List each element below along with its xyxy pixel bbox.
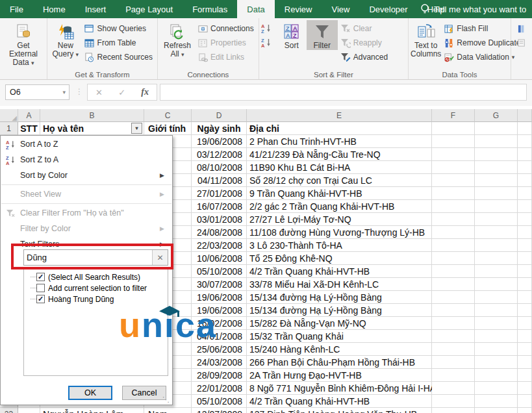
ok-button[interactable]: OK bbox=[68, 386, 112, 400]
cell[interactable] bbox=[432, 148, 475, 161]
cell[interactable] bbox=[475, 395, 518, 408]
cell[interactable] bbox=[432, 200, 475, 213]
cell[interactable] bbox=[475, 226, 518, 239]
menu-item-sort-a-to-z[interactable]: AZSort A to Z bbox=[1, 136, 172, 152]
name-box[interactable]: O6 ▾ bbox=[5, 84, 70, 100]
cell-date[interactable]: 16/02/2008 bbox=[192, 317, 247, 330]
cell[interactable] bbox=[518, 122, 532, 135]
cell-address[interactable]: 3 Lô 230-Thành Tô-HA bbox=[247, 239, 432, 252]
cell-address[interactable]: 15/32 Trần Quang Khải bbox=[247, 330, 432, 343]
cell[interactable] bbox=[432, 408, 475, 413]
new-query-button[interactable]: New Query ▾ bbox=[49, 20, 82, 59]
cell-name[interactable]: Nguyễn Hoàng Lâm bbox=[40, 408, 144, 413]
col-header-C[interactable]: C bbox=[144, 109, 192, 122]
column-filter-button[interactable]: ▾ bbox=[131, 123, 142, 134]
cell[interactable] bbox=[475, 382, 518, 395]
cell[interactable] bbox=[475, 304, 518, 317]
cell-date[interactable]: 13/07/2008 bbox=[192, 408, 247, 413]
cell[interactable] bbox=[475, 369, 518, 382]
cell[interactable] bbox=[518, 356, 532, 369]
cell[interactable] bbox=[518, 135, 532, 148]
cell[interactable] bbox=[475, 408, 518, 413]
tab-developer[interactable]: Developer bbox=[359, 0, 417, 18]
tab-home[interactable]: Home bbox=[33, 0, 75, 18]
cell[interactable] bbox=[518, 330, 532, 343]
cell[interactable] bbox=[518, 382, 532, 395]
text-to-columns-button[interactable]: Text to Columns bbox=[411, 20, 441, 58]
cancel-button[interactable]: Cancel bbox=[122, 386, 166, 400]
cell-address[interactable]: 4/2 Trần Quang Khải-HVT-HB bbox=[247, 265, 432, 278]
cell[interactable] bbox=[475, 291, 518, 304]
cell-date[interactable]: 25/06/2008 bbox=[192, 343, 247, 356]
cell-date[interactable]: 03/12/2008 bbox=[192, 148, 247, 161]
cell-date[interactable]: 19/06/2008 bbox=[192, 291, 247, 304]
cell-address-header[interactable]: Địa chỉ bbox=[247, 122, 432, 135]
cell[interactable] bbox=[432, 291, 475, 304]
cell-date[interactable]: 19/06/2008 bbox=[192, 135, 247, 148]
resize-grip[interactable]: ⋱ bbox=[162, 395, 170, 404]
cell-address[interactable]: 15/134 đường Hạ Lý-Hồng Bàng bbox=[247, 304, 432, 317]
cell-address[interactable]: 27/27 Lê Lợi-Máy Tơ-NQ bbox=[247, 213, 432, 226]
cell[interactable] bbox=[475, 135, 518, 148]
cell-date[interactable]: 30/07/2008 bbox=[192, 278, 247, 291]
cell-date[interactable]: 05/10/2008 bbox=[192, 395, 247, 408]
tab-page-layout[interactable]: Page Layout bbox=[116, 0, 183, 18]
partial-ribbon-button[interactable] bbox=[514, 36, 530, 50]
show-queries-button[interactable]: Show Queries bbox=[82, 21, 155, 36]
from-table-button[interactable]: From Table bbox=[82, 36, 155, 50]
cell[interactable] bbox=[475, 343, 518, 356]
cell[interactable] bbox=[432, 265, 475, 278]
cell[interactable] bbox=[432, 161, 475, 174]
cell[interactable] bbox=[518, 161, 532, 174]
col-header-E[interactable]: E bbox=[247, 109, 432, 122]
cell[interactable] bbox=[432, 317, 475, 330]
advanced-filter-button[interactable]: Advanced bbox=[338, 50, 390, 64]
cell[interactable] bbox=[518, 343, 532, 356]
cell[interactable] bbox=[475, 239, 518, 252]
cell[interactable] bbox=[432, 174, 475, 187]
cell[interactable] bbox=[475, 200, 518, 213]
cell-address[interactable]: 137 Đinh Tiên Hoàng-Hoàng Văn Thụ-HB bbox=[247, 408, 432, 413]
sort-button[interactable]: Z A A Z Sort bbox=[277, 20, 307, 50]
tab-insert[interactable]: Insert bbox=[75, 0, 116, 18]
cell[interactable] bbox=[432, 213, 475, 226]
cell-address[interactable]: 2A Trần Hưng Đạo-HVT-HB bbox=[247, 369, 432, 382]
cell[interactable] bbox=[432, 343, 475, 356]
cell[interactable] bbox=[518, 174, 532, 187]
cell-date[interactable]: 24/03/2008 bbox=[192, 356, 247, 369]
filter-value-item[interactable]: ✓(Select All Search Results) bbox=[24, 271, 168, 282]
tab-data[interactable]: Data bbox=[237, 0, 274, 18]
cell-gender[interactable]: Nam bbox=[144, 408, 192, 413]
sort-descending-button[interactable]: ZA bbox=[261, 36, 277, 50]
name-box-caret-icon[interactable]: ▾ bbox=[62, 89, 66, 95]
cell-address[interactable]: 4/2 Trần Quang Khải-HVT-HB bbox=[247, 395, 432, 408]
col-header-F[interactable]: F bbox=[432, 109, 475, 122]
select-all-corner[interactable]: ◢ bbox=[0, 109, 18, 122]
cell-stt-header[interactable]: STT bbox=[18, 122, 40, 135]
cell-address[interactable]: 9 Trần Quang Khải-HVT-HB bbox=[247, 187, 432, 200]
cell-address[interactable]: 11/108 đường Hùng Vương-Thượng Lý-HB bbox=[247, 226, 432, 239]
filter-search-input[interactable] bbox=[24, 250, 152, 265]
cell[interactable] bbox=[518, 148, 532, 161]
cell[interactable] bbox=[518, 369, 532, 382]
cell[interactable] bbox=[432, 122, 475, 135]
cell-address[interactable]: 41/21/239 Đà Nẵng-Cầu Tre-NQ bbox=[247, 148, 432, 161]
cancel-entry-icon[interactable]: ✕ bbox=[95, 88, 103, 97]
cell[interactable] bbox=[518, 395, 532, 408]
cell-address[interactable]: 33/78 Miếu Hai Xã-DH Kênh-LC bbox=[247, 278, 432, 291]
menu-item-sort-z-to-a[interactable]: ZASort Z to A bbox=[1, 152, 172, 168]
cell-date[interactable]: 27/01/2008 bbox=[192, 187, 247, 200]
checkbox-checked[interactable]: ✓ bbox=[36, 295, 45, 303]
cell[interactable] bbox=[475, 317, 518, 330]
formula-bar-drag-handle[interactable]: ⋮ bbox=[75, 87, 82, 96]
cell[interactable] bbox=[432, 239, 475, 252]
cell[interactable] bbox=[475, 122, 518, 135]
filter-button[interactable]: Filter bbox=[307, 20, 338, 50]
cell-date[interactable]: 04/01/2008 bbox=[192, 330, 247, 343]
cell[interactable] bbox=[432, 135, 475, 148]
cell[interactable] bbox=[432, 226, 475, 239]
row-header-1[interactable]: 1 bbox=[0, 122, 18, 135]
cell[interactable] bbox=[432, 395, 475, 408]
cell[interactable] bbox=[475, 330, 518, 343]
cell-date[interactable]: 19/06/2008 bbox=[192, 304, 247, 317]
